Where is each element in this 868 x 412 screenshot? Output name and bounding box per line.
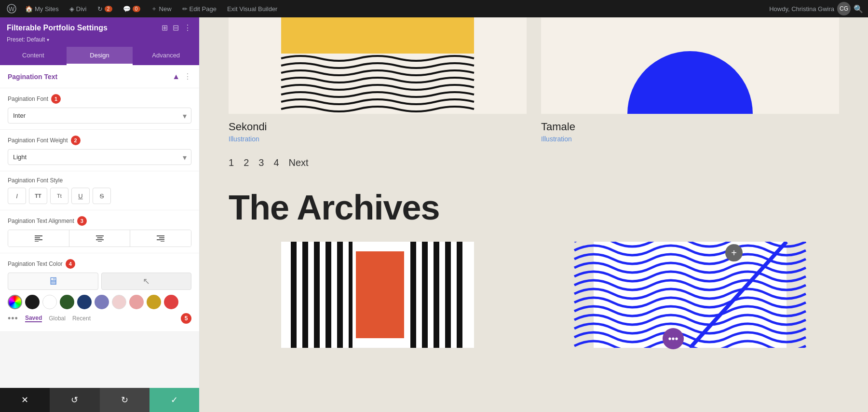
- updates-menu[interactable]: ↻ 2: [94, 0, 116, 17]
- color-swatch-pink[interactable]: [129, 295, 144, 309]
- color-tabs: ••• Saved Global Recent 5: [8, 313, 191, 324]
- avatar: CG: [837, 2, 851, 15]
- svg-rect-7: [97, 237, 102, 238]
- color-swatches: [8, 295, 191, 309]
- svg-rect-26: [356, 251, 404, 338]
- color-swatch-white[interactable]: [42, 295, 57, 309]
- svg-rect-24: [337, 242, 343, 348]
- panel-content: Pagination Text ▲ ⋮ Pagination Font 1 In…: [0, 65, 199, 388]
- pagination-font-style-field: Pagination Font Style I TT Tt U S: [0, 171, 199, 210]
- svg-rect-22: [314, 242, 320, 348]
- pagination: 1 2 3 4 Next: [229, 157, 839, 168]
- underline-button[interactable]: U: [71, 188, 90, 204]
- color-cursor-preview[interactable]: ↖: [101, 273, 192, 290]
- sekondi-category[interactable]: Illustration: [229, 135, 527, 143]
- edit-page-button[interactable]: ✏ Edit Page: [178, 0, 220, 17]
- tamale-title: Tamale: [541, 121, 839, 133]
- more-dots-icon[interactable]: •••: [8, 314, 18, 324]
- pagination-font-weight-label: Pagination Font Weight: [8, 137, 68, 144]
- color-preview-row: 🖥 ↖: [8, 273, 191, 290]
- cursor-icon: ↖: [143, 276, 150, 287]
- add-content-button[interactable]: +: [725, 244, 743, 261]
- color-swatch-pink-light[interactable]: [112, 295, 126, 309]
- pagination-font-label: Pagination Font: [8, 96, 48, 102]
- color-swatch-green[interactable]: [60, 295, 74, 309]
- section-collapse-icon[interactable]: ▲: [172, 72, 180, 81]
- svg-rect-13: [161, 241, 164, 242]
- panel-title: Filterable Portfolio Settings: [7, 24, 157, 32]
- color-swatch-black[interactable]: [25, 295, 40, 309]
- svg-rect-31: [457, 242, 462, 348]
- svg-rect-30: [445, 242, 451, 348]
- wp-admin-bar: W 🏠 My Sites ◈ Divi ↻ 2 💬 0 ＋ New ✏ Edit…: [0, 0, 868, 17]
- text-color-badge: 4: [66, 259, 75, 269]
- page-3[interactable]: 3: [258, 157, 264, 168]
- more-icon[interactable]: ⋮: [183, 22, 192, 33]
- section-more-icon[interactable]: ⋮: [184, 72, 191, 81]
- align-center-button[interactable]: [69, 230, 131, 247]
- svg-rect-11: [159, 237, 164, 238]
- font-select[interactable]: Inter Roboto Open Sans: [8, 108, 191, 124]
- preset-chevron-icon[interactable]: ▾: [47, 37, 49, 42]
- svg-rect-23: [326, 242, 331, 348]
- strikethrough-button[interactable]: S: [93, 188, 111, 204]
- save-button[interactable]: ✓: [149, 388, 199, 412]
- tab-content[interactable]: Content: [0, 47, 67, 65]
- color-swatch-navy[interactable]: [77, 295, 92, 309]
- capitalize-button[interactable]: Tt: [50, 188, 68, 204]
- tamale-category[interactable]: Illustration: [541, 135, 839, 143]
- pagination-font-weight-field: Pagination Font Weight 2 Light Regular B…: [0, 130, 199, 171]
- portfolio-item-tamale: Tamale Illustration: [541, 17, 839, 143]
- svg-rect-25: [349, 242, 353, 348]
- comment-icon: 💬: [123, 5, 131, 13]
- svg-rect-15: [281, 17, 474, 54]
- page-1[interactable]: 1: [229, 157, 234, 168]
- main-layout: Filterable Portfolio Settings ⊞ ⊟ ⋮ Pres…: [0, 17, 868, 412]
- color-swatch-red[interactable]: [164, 295, 178, 309]
- more-options-button[interactable]: •••: [663, 328, 684, 349]
- exit-builder-button[interactable]: Exit Visual Builder: [223, 0, 282, 17]
- alignment-buttons: [8, 230, 191, 247]
- sekondi-thumbnail: [229, 17, 527, 114]
- color-tab-recent[interactable]: Recent: [72, 315, 91, 322]
- wp-logo-icon[interactable]: W: [5, 2, 18, 15]
- align-left-button[interactable]: [8, 230, 69, 247]
- italic-button[interactable]: I: [8, 188, 26, 204]
- color-desktop-preview[interactable]: 🖥: [8, 273, 98, 290]
- stripes-thumbnail: [229, 242, 527, 348]
- undo-button[interactable]: ↺: [50, 388, 99, 412]
- divi-menu[interactable]: ◈ Divi: [66, 0, 91, 17]
- page-next[interactable]: Next: [289, 157, 309, 168]
- color-tab-global[interactable]: Global: [49, 315, 66, 322]
- svg-rect-27: [410, 242, 416, 348]
- font-weight-select[interactable]: Light Regular Bold: [8, 149, 191, 165]
- page-2[interactable]: 2: [244, 157, 249, 168]
- tab-design[interactable]: Design: [67, 47, 133, 65]
- blue-waves-thumbnail: [541, 242, 839, 348]
- svg-rect-10: [157, 235, 164, 236]
- columns-icon[interactable]: ⊟: [172, 22, 180, 33]
- uppercase-button[interactable]: TT: [29, 188, 47, 204]
- svg-rect-2: [35, 235, 42, 236]
- grid-icon[interactable]: ⊞: [161, 22, 169, 33]
- comments-menu[interactable]: 💬 0: [119, 0, 144, 17]
- my-sites-menu[interactable]: 🏠 My Sites: [21, 0, 63, 17]
- text-alignment-badge: 3: [77, 216, 87, 226]
- pagination-text-color-label: Pagination Text Color: [8, 261, 63, 267]
- color-swatch-lavender[interactable]: [95, 295, 109, 309]
- svg-rect-8: [96, 239, 104, 240]
- search-icon[interactable]: 🔍: [854, 4, 863, 14]
- new-menu[interactable]: ＋ New: [147, 0, 176, 17]
- pencil-icon: ✏: [182, 5, 188, 13]
- redo-button[interactable]: ↻: [100, 388, 149, 412]
- archives-heading: The Archives: [229, 188, 839, 227]
- tab-advanced[interactable]: Advanced: [133, 47, 199, 65]
- close-button[interactable]: ✕: [0, 388, 50, 412]
- color-swatch-gold[interactable]: [147, 295, 161, 309]
- align-right-button[interactable]: [130, 230, 191, 247]
- color-tab-saved[interactable]: Saved: [25, 315, 42, 322]
- svg-rect-9: [98, 241, 102, 242]
- color-picker-swatch[interactable]: [8, 295, 22, 309]
- page-4[interactable]: 4: [273, 157, 279, 168]
- svg-rect-28: [422, 242, 428, 348]
